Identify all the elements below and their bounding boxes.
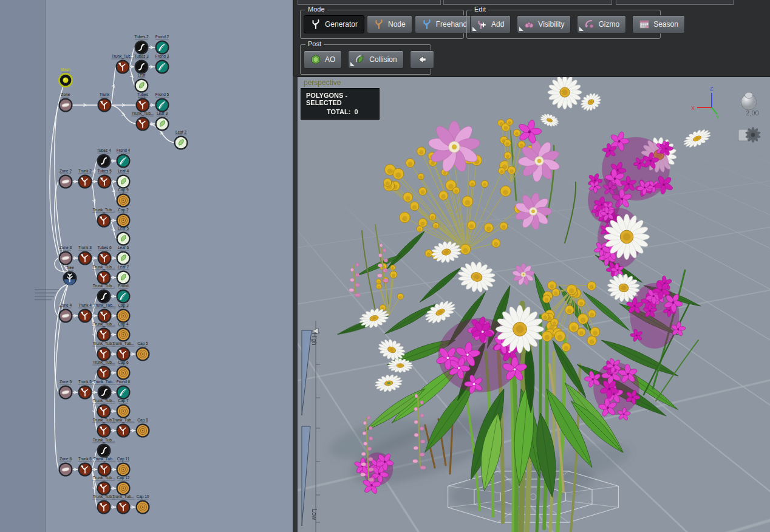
graph-node-leaf-6[interactable]: Leaf 6 xyxy=(117,245,131,265)
graph-node-trunk[interactable]: Trunk xyxy=(98,92,112,112)
season-button[interactable]: Season xyxy=(632,15,685,33)
graph-node-tubes-3[interactable]: Tubes 3 xyxy=(134,54,149,74)
3d-viewport[interactable]: HighLowZXY2,00 perspective POLYGONS - SE… xyxy=(293,76,770,532)
daisy-flower xyxy=(578,90,604,115)
node-label: Cap 12 xyxy=(117,476,130,480)
graph-node-trunk-tub-[interactable]: Trunk_Tub... xyxy=(131,111,154,131)
visibility-button[interactable]: Visibility xyxy=(517,15,571,33)
graph-node-trunk-4[interactable]: Trunk 4 xyxy=(78,303,92,323)
graph-node-tubes-2[interactable]: Tubes 2 xyxy=(134,35,149,55)
node-label: Trunk 6 xyxy=(78,457,92,461)
graph-node-cap-4[interactable]: Cap 4 xyxy=(117,322,131,342)
daisy-flower xyxy=(548,77,582,109)
graph-node-leaf-5[interactable]: Leaf 5 xyxy=(117,226,131,246)
post-group-title: Post xyxy=(305,40,324,47)
graph-node-trunk-2[interactable]: Trunk 2 xyxy=(78,169,92,189)
node-label: Frond 2 xyxy=(155,35,169,39)
graph-node-cap-8[interactable]: Cap 8 xyxy=(136,418,150,438)
lod-slider[interactable]: HighLow xyxy=(302,321,320,532)
right-column: Mode Generator Node Freehand xyxy=(293,0,770,532)
graph-node-cap-7[interactable]: Cap 7 xyxy=(117,398,131,418)
freehand-mode-button[interactable]: Freehand xyxy=(415,15,474,33)
tree-node-stats-line xyxy=(35,296,54,297)
node-label: Trunk_Tub... xyxy=(112,54,134,59)
graph-node-trunk-3[interactable]: Trunk 3 xyxy=(78,245,92,265)
graph-node-trunk-tub-[interactable]: Trunk_Tub... xyxy=(92,360,115,380)
graph-node-trunk-tub-[interactable]: Trunk_Tub... xyxy=(112,341,134,361)
graph-node-zone-2[interactable]: Zone 2 xyxy=(59,169,73,189)
graph-node-cap-6[interactable]: Cap 6 xyxy=(117,360,131,380)
panel-stub xyxy=(616,0,734,5)
add-branch-icon xyxy=(477,19,488,30)
graph-node-trunk-tub-[interactable]: Trunk_Tub... xyxy=(112,418,134,438)
graph-node-tubes-6[interactable]: Tubes 6 xyxy=(97,245,112,265)
ao-button[interactable]: AO xyxy=(304,50,342,69)
graph-node-trunk-5[interactable]: Trunk 5 xyxy=(78,380,92,400)
add-button[interactable]: Add xyxy=(470,15,511,33)
graph-node-mesh[interactable]: Mesh xyxy=(58,67,73,87)
zoom-knob-widget[interactable]: 2,00 xyxy=(741,92,759,117)
graph-node-frond[interactable]: Frond xyxy=(117,284,131,304)
graph-node-cap-11[interactable]: Cap 11 xyxy=(117,457,131,477)
lod-low-label: Low xyxy=(311,509,318,520)
graph-node-cap-10[interactable]: Cap 10 xyxy=(136,494,150,514)
graph-node-trunk-6[interactable]: Trunk 6 xyxy=(78,457,92,477)
graph-node-tubes-5[interactable]: Tubes 5 xyxy=(97,169,112,189)
graph-node-cap-12[interactable]: Cap 12 xyxy=(117,476,131,496)
collision-button[interactable]: Collision xyxy=(348,50,403,69)
graph-node-tubes-4[interactable]: Tubes 4 xyxy=(97,148,111,168)
camera-label[interactable]: perspective xyxy=(304,78,341,87)
node-mode-button[interactable]: Node xyxy=(367,15,412,33)
node-graph-panel[interactable]: TreeMeshZoneTrunkTrunk_Tub...Tubes 2Fron… xyxy=(0,0,293,532)
daisy-flower xyxy=(455,258,498,296)
generator-mode-button[interactable]: Generator xyxy=(304,15,364,33)
graph-node-leaf-2[interactable]: Leaf 2 xyxy=(174,130,188,150)
graph-node-frond-5[interactable]: Frond 5 xyxy=(155,92,169,112)
graph-node-cap-2[interactable]: Cap 2 xyxy=(117,208,131,228)
graph-node-tree[interactable]: Tree xyxy=(35,265,77,300)
node-graph-canvas[interactable]: TreeMeshZoneTrunkTrunk_Tub...Tubes 2Fron… xyxy=(0,0,293,532)
node-label: Cap 6 xyxy=(118,360,129,365)
daisy-flower xyxy=(539,112,560,129)
stats-title: POLYGONS - SELECTED xyxy=(301,92,379,106)
graph-node-frond-4[interactable]: Frond 4 xyxy=(117,148,131,168)
graph-node-zone-4[interactable]: Zone 4 xyxy=(59,303,73,323)
graph-node-leaf-3[interactable]: Leaf 3 xyxy=(155,111,169,131)
3d-viewport-canvas[interactable]: HighLowZXY2,00 xyxy=(298,77,770,532)
node-label: Cap 2 xyxy=(118,208,129,213)
node-label: Tubes 6 xyxy=(97,245,112,250)
tree-node-stats-line xyxy=(35,299,52,301)
graph-node-cap-9[interactable]: Cap 9 xyxy=(117,188,131,208)
node-label: Tubes 3 xyxy=(134,54,149,58)
graph-node-zone-3[interactable]: Zone 3 xyxy=(59,245,73,265)
graph-node-trunk-tub-[interactable]: Trunk_Tub... xyxy=(92,284,115,304)
graph-node-zone-5[interactable]: Zone 5 xyxy=(59,380,73,400)
graph-node-frond-6[interactable]: Frond 6 xyxy=(117,380,131,400)
graph-node-tubes[interactable]: Tubes xyxy=(136,92,150,112)
tree-node-stats-line xyxy=(35,293,56,294)
graph-node-leaf-7[interactable]: Leaf 7 xyxy=(117,265,131,285)
graph-node-frond-2[interactable]: Frond 2 xyxy=(155,35,169,55)
graph-node-trunk-tub-[interactable]: Trunk_Tub... xyxy=(93,380,115,400)
edit-group: Edit Add Visibility Gi xyxy=(466,10,661,39)
graph-node-trunk-tub-[interactable]: Trunk_Tub... xyxy=(112,494,134,514)
graph-node-trunk-tub-[interactable]: Trunk_Tub... xyxy=(93,457,115,477)
lupine-spike xyxy=(349,263,361,297)
back-button[interactable] xyxy=(410,50,434,69)
graph-node-zone-6[interactable]: Zone 6 xyxy=(59,457,73,477)
node-label: Tubes xyxy=(137,92,149,97)
node-label: Leaf 7 xyxy=(118,265,129,269)
graph-node-trunk-tub-[interactable]: Trunk_Tub... xyxy=(92,438,115,458)
graph-node-cap-5[interactable]: Cap 5 xyxy=(136,341,150,361)
mode-group: Mode Generator Node Freehand xyxy=(300,10,464,39)
wind-fan-widget[interactable] xyxy=(738,127,761,143)
graph-node-zone[interactable]: Zone xyxy=(59,92,73,112)
graph-node-trunk-tub-[interactable]: Trunk_Tub... xyxy=(93,303,115,323)
graph-node-frond-3[interactable]: Frond 3 xyxy=(155,54,169,74)
daisy-flower xyxy=(681,126,713,151)
graph-node-leaf-4[interactable]: Leaf 4 xyxy=(117,169,131,189)
graph-node-cap-3[interactable]: Cap 3 xyxy=(117,303,131,323)
gizmo-button[interactable]: Gizmo xyxy=(577,15,626,33)
node-label: Leaf 3 xyxy=(157,111,168,115)
node-label: Trunk_Tub... xyxy=(93,476,115,480)
